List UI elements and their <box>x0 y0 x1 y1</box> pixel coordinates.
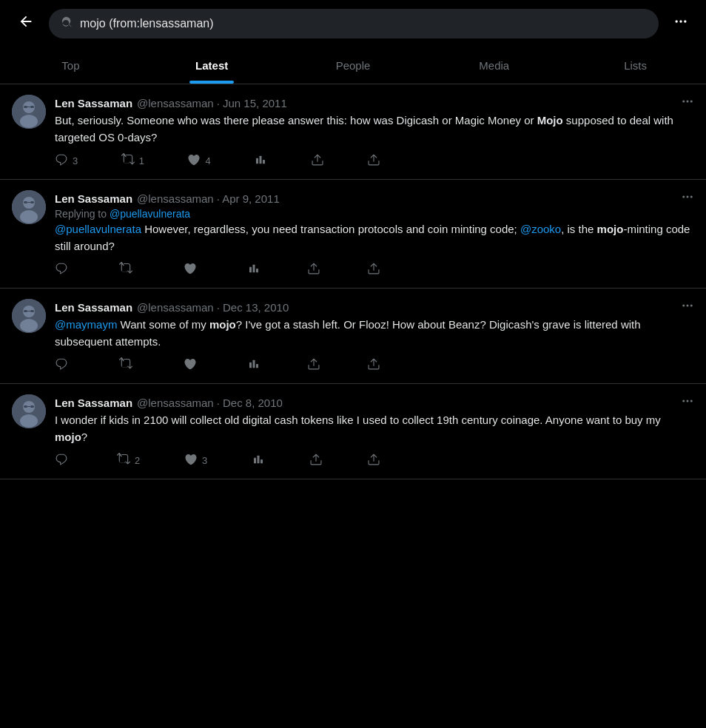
reply-count: 3 <box>73 155 78 166</box>
avatar <box>12 299 46 333</box>
svg-rect-49 <box>258 456 260 464</box>
svg-point-47 <box>690 400 693 402</box>
tweet-body: Len Sassaman @lensassaman · Dec 8, 2010 … <box>55 394 694 468</box>
svg-rect-14 <box>263 160 265 164</box>
like-count: 3 <box>202 455 207 466</box>
svg-rect-25 <box>253 265 255 273</box>
tweet-item: Len Sassaman @lensassaman · Apr 9, 2011 … <box>0 180 706 289</box>
tweet-more-button[interactable] <box>681 190 694 206</box>
avatar <box>12 394 46 428</box>
author-name: Len Sassaman <box>55 301 132 314</box>
retweet-count: 1 <box>139 155 144 166</box>
author-handle: @lensassaman <box>137 397 214 409</box>
like-button[interactable]: 3 <box>184 453 207 468</box>
bookmark-icon <box>307 262 320 277</box>
reply-button[interactable] <box>55 453 73 468</box>
tweet-header: Len Sassaman @lensassaman · Jun 15, 2011 <box>55 95 694 111</box>
like-button[interactable] <box>184 262 201 277</box>
bookmark-button[interactable] <box>307 262 320 277</box>
share-button[interactable] <box>367 153 380 169</box>
retweet-button[interactable] <box>119 262 137 277</box>
tab-lists[interactable]: Lists <box>565 47 706 84</box>
like-icon <box>184 262 197 277</box>
tweet-content: @puellavulnerata However, regardless, yo… <box>55 221 694 255</box>
svg-rect-26 <box>256 269 258 272</box>
tweet-header: Len Sassaman @lensassaman · Dec 13, 2010 <box>55 299 694 315</box>
retweet-icon <box>119 357 132 373</box>
tweet-more-button[interactable] <box>681 299 694 315</box>
analytics-button[interactable] <box>254 153 267 169</box>
replying-to-link[interactable]: @puellavulnerata <box>110 208 190 220</box>
svg-point-22 <box>687 196 689 198</box>
svg-rect-43 <box>30 405 34 408</box>
svg-rect-37 <box>253 360 255 368</box>
svg-point-23 <box>690 196 693 198</box>
bookmark-button[interactable] <box>307 357 320 373</box>
avatar <box>12 95 46 129</box>
svg-point-35 <box>690 305 693 307</box>
share-button[interactable] <box>367 453 380 468</box>
bookmark-icon <box>311 153 324 169</box>
bookmark-button[interactable] <box>309 453 323 468</box>
share-button[interactable] <box>367 262 380 277</box>
svg-point-2 <box>684 20 686 22</box>
svg-rect-50 <box>260 459 263 463</box>
share-button[interactable] <box>367 357 380 373</box>
tweet-date: · Dec 8, 2010 <box>217 397 283 409</box>
search-icon <box>61 16 73 31</box>
author-name: Len Sassaman <box>55 97 132 109</box>
tweet-content: But, seriously. Someone who was there pl… <box>55 112 694 146</box>
reply-button[interactable] <box>55 262 73 277</box>
tab-people[interactable]: People <box>283 47 424 84</box>
bookmark-icon <box>307 357 320 373</box>
replying-to: Replying to @puellavulnerata <box>55 208 694 220</box>
tweet-meta: Len Sassaman @lensassaman · Apr 9, 2011 <box>55 192 280 205</box>
tab-top[interactable]: Top <box>0 47 141 84</box>
tweet-more-button[interactable] <box>681 95 694 111</box>
svg-rect-31 <box>30 310 34 312</box>
more-options-button[interactable] <box>668 8 694 39</box>
back-button[interactable] <box>12 7 40 40</box>
tab-latest[interactable]: Latest <box>141 47 283 84</box>
tweet-date: · Apr 9, 2011 <box>217 192 280 205</box>
svg-point-9 <box>682 101 685 103</box>
svg-rect-6 <box>24 106 27 108</box>
search-query: mojo (from:lensassaman) <box>80 17 214 30</box>
tweet-content: I wonder if kids in 2100 will collect ol… <box>55 412 694 445</box>
svg-rect-48 <box>254 458 256 464</box>
tweet-header: Len Sassaman @lensassaman · Apr 9, 2011 <box>55 190 694 206</box>
tabs-bar: Top Latest People Media Lists <box>0 47 706 84</box>
search-bar[interactable]: mojo (from:lensassaman) <box>49 9 659 38</box>
tweet-item: Len Sassaman @lensassaman · Dec 13, 2010… <box>0 289 706 384</box>
author-handle: @lensassaman <box>137 97 214 109</box>
retweet-button[interactable]: 2 <box>117 453 140 468</box>
svg-rect-38 <box>256 364 258 368</box>
tweet-more-button[interactable] <box>681 394 694 411</box>
reply-button[interactable]: 3 <box>55 153 78 169</box>
tab-media[interactable]: Media <box>423 47 565 84</box>
analytics-button[interactable] <box>247 262 260 277</box>
tweet-content: @maymaym Want some of my mojo? I've got … <box>55 317 694 350</box>
svg-point-41 <box>20 414 38 428</box>
tweet-body: Len Sassaman @lensassaman · Apr 9, 2011 … <box>55 190 694 277</box>
analytics-button[interactable] <box>252 453 265 468</box>
reply-icon <box>55 453 68 468</box>
svg-point-17 <box>20 210 38 223</box>
tweet-actions <box>55 262 380 277</box>
share-icon <box>367 453 380 468</box>
svg-rect-19 <box>30 201 34 203</box>
tweet-body: Len Sassaman @lensassaman · Dec 13, 2010… <box>55 299 694 373</box>
svg-rect-13 <box>260 156 262 164</box>
like-count: 4 <box>205 155 210 166</box>
svg-rect-7 <box>30 106 34 108</box>
like-button[interactable]: 4 <box>187 153 210 169</box>
retweet-button[interactable] <box>119 357 137 373</box>
bookmark-button[interactable] <box>311 153 324 169</box>
svg-rect-36 <box>249 363 252 368</box>
analytics-button[interactable] <box>247 357 260 373</box>
svg-point-46 <box>687 400 689 402</box>
avatar <box>12 190 46 224</box>
retweet-button[interactable]: 1 <box>121 153 144 169</box>
like-button[interactable] <box>184 357 201 373</box>
reply-button[interactable] <box>55 357 73 373</box>
